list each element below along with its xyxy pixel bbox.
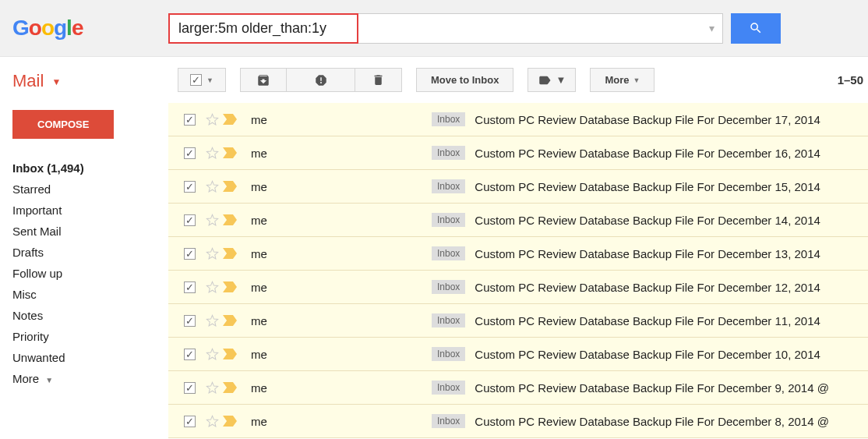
sidebar-item[interactable]: Misc xyxy=(12,284,168,305)
sidebar: Mail ▼ COMPOSE Inbox (1,494)StarredImpor… xyxy=(0,57,168,438)
row-checkbox[interactable] xyxy=(178,349,201,360)
mail-row[interactable]: meInboxCustom PC Review Database Backup … xyxy=(168,237,868,271)
checkbox-icon xyxy=(184,248,196,260)
mail-subject: Custom PC Review Database Backup File Fo… xyxy=(475,247,868,260)
importance-marker[interactable] xyxy=(223,181,243,192)
mail-row[interactable]: meInboxCustom PC Review Database Backup … xyxy=(168,170,868,204)
label-icon xyxy=(538,73,552,87)
inbox-label[interactable]: Inbox xyxy=(432,414,465,428)
inbox-label[interactable]: Inbox xyxy=(432,246,465,260)
select-all-dropdown[interactable]: ▼ xyxy=(178,68,226,92)
sidebar-item[interactable]: Notes xyxy=(12,305,168,326)
mail-subject: Custom PC Review Database Backup File Fo… xyxy=(475,214,868,227)
mail-row[interactable]: meInboxCustom PC Review Database Backup … xyxy=(168,136,868,170)
row-checkbox[interactable] xyxy=(178,315,201,327)
delete-button[interactable] xyxy=(355,68,402,92)
sidebar-item[interactable]: Unwanted xyxy=(12,347,168,368)
star-toggle[interactable] xyxy=(201,281,223,294)
inbox-label[interactable]: Inbox xyxy=(432,381,465,395)
importance-marker[interactable] xyxy=(223,315,243,326)
mail-subject: Custom PC Review Database Backup File Fo… xyxy=(475,180,868,193)
star-toggle[interactable] xyxy=(201,113,223,126)
mail-switcher[interactable]: Mail ▼ xyxy=(12,71,168,91)
compose-button[interactable]: COMPOSE xyxy=(12,110,114,139)
importance-marker[interactable] xyxy=(223,281,243,292)
sender-name: me xyxy=(251,281,432,294)
importance-icon xyxy=(223,214,237,225)
importance-icon xyxy=(223,248,237,259)
inbox-label[interactable]: Inbox xyxy=(432,347,465,361)
row-checkbox[interactable] xyxy=(178,248,201,260)
labels-button[interactable]: ▼ xyxy=(528,68,576,92)
inbox-label[interactable]: Inbox xyxy=(432,112,465,126)
row-checkbox[interactable] xyxy=(178,281,201,293)
importance-marker[interactable] xyxy=(223,382,243,393)
checkbox-icon xyxy=(184,315,196,327)
star-toggle[interactable] xyxy=(201,381,223,395)
importance-marker[interactable] xyxy=(223,114,243,125)
importance-marker[interactable] xyxy=(223,248,243,259)
star-icon xyxy=(206,381,219,395)
inbox-label[interactable]: Inbox xyxy=(432,280,465,294)
mail-row[interactable]: meInboxCustom PC Review Database Backup … xyxy=(168,371,868,405)
mail-row[interactable]: meInboxCustom PC Review Database Backup … xyxy=(168,405,868,438)
content-area: ▼ Move to Inbox ▼ xyxy=(168,57,868,438)
importance-icon xyxy=(223,349,237,359)
report-spam-button[interactable] xyxy=(287,68,355,92)
sidebar-item[interactable]: Important xyxy=(12,200,168,221)
star-toggle[interactable] xyxy=(201,247,223,260)
star-toggle[interactable] xyxy=(201,147,223,160)
star-icon xyxy=(206,415,219,428)
star-toggle[interactable] xyxy=(201,314,223,327)
mail-row[interactable]: meInboxCustom PC Review Database Backup … xyxy=(168,103,868,136)
mail-row[interactable]: meInboxCustom PC Review Database Backup … xyxy=(168,271,868,304)
star-toggle[interactable] xyxy=(201,348,223,361)
mail-subject: Custom PC Review Database Backup File Fo… xyxy=(475,314,868,327)
inbox-label[interactable]: Inbox xyxy=(432,179,465,193)
sidebar-item[interactable]: Priority xyxy=(12,326,168,347)
search-input[interactable] xyxy=(169,14,700,43)
row-checkbox[interactable] xyxy=(178,214,201,226)
sidebar-item[interactable]: Starred xyxy=(12,179,168,200)
mail-subject: Custom PC Review Database Backup File Fo… xyxy=(475,281,868,294)
spam-icon xyxy=(314,73,328,87)
row-checkbox[interactable] xyxy=(178,181,201,193)
archive-button[interactable] xyxy=(240,68,287,92)
row-checkbox[interactable] xyxy=(178,416,201,427)
row-checkbox[interactable] xyxy=(178,114,201,126)
star-toggle[interactable] xyxy=(201,214,223,227)
inbox-label[interactable]: Inbox xyxy=(432,213,465,227)
star-toggle[interactable] xyxy=(201,415,223,428)
star-icon xyxy=(206,113,219,126)
caret-down-icon: ▾ xyxy=(709,22,715,34)
row-checkbox[interactable] xyxy=(178,382,201,394)
star-toggle[interactable] xyxy=(201,180,223,193)
sidebar-item[interactable]: Inbox (1,494) xyxy=(12,158,168,179)
search-button[interactable] xyxy=(731,13,781,44)
sender-name: me xyxy=(251,147,432,160)
search-options-dropdown[interactable]: ▾ xyxy=(700,22,722,34)
sidebar-item[interactable]: Drafts xyxy=(12,242,168,263)
caret-down-icon: ▼ xyxy=(633,76,640,84)
google-logo[interactable]: Google xyxy=(12,16,168,41)
importance-marker[interactable] xyxy=(223,214,243,225)
sidebar-item[interactable]: Sent Mail xyxy=(12,221,168,242)
toolbar: ▼ Move to Inbox ▼ xyxy=(168,57,868,103)
importance-marker[interactable] xyxy=(223,349,243,359)
checkbox-icon xyxy=(184,416,196,427)
sidebar-item[interactable]: Follow up xyxy=(12,263,168,284)
more-button[interactable]: More ▼ xyxy=(590,68,655,92)
inbox-label[interactable]: Inbox xyxy=(432,313,465,327)
move-to-inbox-button[interactable]: Move to Inbox xyxy=(416,68,513,92)
importance-marker[interactable] xyxy=(223,147,243,158)
search-icon xyxy=(749,21,763,35)
sidebar-more[interactable]: More ▼ xyxy=(12,368,168,389)
sender-name: me xyxy=(251,381,432,395)
caret-down-icon: ▼ xyxy=(45,376,53,384)
mail-row[interactable]: meInboxCustom PC Review Database Backup … xyxy=(168,204,868,237)
importance-marker[interactable] xyxy=(223,416,243,427)
mail-row[interactable]: meInboxCustom PC Review Database Backup … xyxy=(168,338,868,371)
inbox-label[interactable]: Inbox xyxy=(432,146,465,160)
mail-row[interactable]: meInboxCustom PC Review Database Backup … xyxy=(168,304,868,338)
row-checkbox[interactable] xyxy=(178,147,201,159)
